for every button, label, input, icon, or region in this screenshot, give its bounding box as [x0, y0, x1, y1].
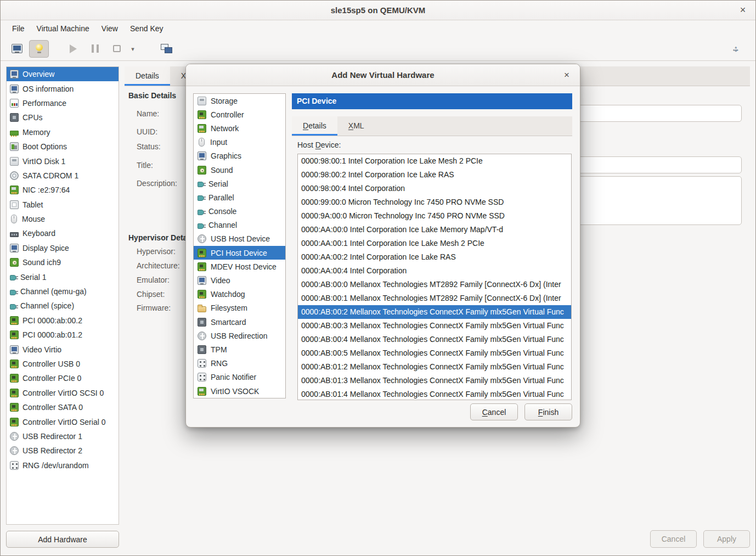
hw-type-sound[interactable]: Sound	[194, 163, 285, 177]
sidebar-item-nic-e2-97-64[interactable]: NIC :e2:97:64	[7, 183, 119, 197]
sidebar-item-serial-1[interactable]: Serial 1	[7, 269, 119, 284]
pci-device-row[interactable]: 0000:AB:00:3 Mellanox Technologies Conne…	[298, 319, 571, 333]
sidebar-item-cpus[interactable]: CPUs	[7, 110, 119, 125]
hw-type-pci-host-device[interactable]: PCI Host Device	[194, 246, 285, 260]
menu-send-key[interactable]: Send Key	[124, 20, 170, 37]
hw-type-network[interactable]: Network	[194, 121, 285, 135]
hw-type-mdev-host-device[interactable]: MDEV Host Device	[194, 260, 285, 273]
sidebar-item-controller-virtio-scsi-0[interactable]: Controller VirtIO SCSI 0	[7, 386, 119, 400]
sidebar-item-keyboard[interactable]: Keyboard	[7, 226, 119, 240]
hw-type-controller[interactable]: Controller	[194, 108, 285, 121]
hw-type-panic-notifier[interactable]: Panic Notifier	[194, 370, 285, 384]
shutdown-menu-button[interactable]: ▾	[128, 40, 138, 58]
main-apply-button[interactable]: Apply	[703, 530, 750, 548]
manage-snapshots-button[interactable]	[156, 40, 176, 58]
fullscreen-button[interactable]: ↔↕	[726, 40, 746, 58]
hw-type-rng[interactable]: RNG	[194, 357, 285, 370]
dialog-titlebar[interactable]: Add New Virtual Hardware ×	[186, 64, 580, 86]
hw-type-watchdog[interactable]: Watchdog	[194, 288, 285, 301]
sidebar-list[interactable]: OverviewOS informationPerformanceCPUsMem…	[7, 67, 119, 473]
hw-type-smartcard[interactable]: Smartcard	[194, 315, 285, 329]
window-close-icon[interactable]: ×	[736, 3, 750, 18]
pci-device-row[interactable]: 0000:98:00:1 Intel Corporation Ice Lake …	[298, 154, 571, 168]
pci-device-row[interactable]: 0000:AA:00:1 Intel Corporation Ice Lake …	[298, 237, 571, 250]
sidebar-item-mouse[interactable]: Mouse	[7, 212, 119, 226]
pci-device-row[interactable]: 0000:99:00:0 Micron Technology Inc 7450 …	[298, 195, 571, 209]
dialog-tab-details[interactable]: Details	[292, 116, 337, 136]
pci-device-row[interactable]: 0000:AA:00:4 Intel Corporation	[298, 264, 571, 278]
hw-type-parallel[interactable]: Parallel	[194, 190, 285, 204]
show-console-button[interactable]	[7, 40, 27, 58]
pci-device-row[interactable]: 0000:98:00:4 Intel Corporation	[298, 182, 571, 195]
sidebar-item-boot-options[interactable]: Boot Options	[7, 139, 119, 154]
pci-device-row[interactable]: 0000:AB:01:2 Mellanox Technologies Conne…	[298, 360, 571, 374]
card-icon	[10, 360, 19, 368]
sidebar-item-performance[interactable]: Performance	[7, 96, 119, 110]
sidebar-item-rng-dev-urandom[interactable]: RNG /dev/urandom	[7, 458, 119, 473]
pci-device-row[interactable]: 0000:AB:00:1 Mellanox Technologies MT289…	[298, 291, 571, 305]
uuid-label: UUID:	[137, 127, 157, 136]
sidebar-item-pci-0000-ab-01-2[interactable]: PCI 0000:ab:01.2	[7, 328, 119, 342]
pci-device-row[interactable]: 0000:AB:01:4 Mellanox Technologies Conne…	[298, 387, 571, 400]
pause-button[interactable]	[85, 40, 105, 58]
sidebar-item-controller-pcie-0[interactable]: Controller PCIe 0	[7, 371, 119, 385]
window-titlebar[interactable]: sle15sp5 on QEMU/KVM ×	[1, 1, 755, 20]
hw-type-video[interactable]: Video	[194, 273, 285, 287]
sidebar-item-os-information[interactable]: OS information	[7, 81, 119, 96]
pci-device-row[interactable]: 0000:AB:00:5 Mellanox Technologies Conne…	[298, 346, 571, 360]
hw-type-channel[interactable]: Channel	[194, 218, 285, 232]
sidebar-item-display-spice[interactable]: Display Spice	[7, 241, 119, 255]
sidebar-item-video-virtio[interactable]: Video Virtio	[7, 342, 119, 356]
sidebar-item-memory[interactable]: Memory	[7, 125, 119, 139]
sidebar-item-channel-spice[interactable]: Channel (spice)	[7, 299, 119, 313]
pci-device-row[interactable]: 0000:AA:00:2 Intel Corporation Ice Lake …	[298, 250, 571, 264]
dialog-close-icon[interactable]: ×	[560, 69, 573, 82]
sidebar-item-sound-ich9[interactable]: Sound ich9	[7, 255, 119, 269]
hw-type-input[interactable]: Input	[194, 136, 285, 149]
hardware-type-list[interactable]: StorageControllerNetworkInputGraphicsSou…	[193, 93, 286, 398]
hw-type-virtio-vsock[interactable]: VirtIO VSOCK	[194, 384, 285, 398]
run-button[interactable]	[63, 40, 83, 58]
sidebar-item-usb-redirector-2[interactable]: USB Redirector 2	[7, 443, 119, 458]
show-details-button[interactable]	[29, 40, 49, 58]
dialog-tab-xml[interactable]: XML	[337, 116, 375, 136]
shutdown-button[interactable]	[107, 40, 127, 58]
hw-type-serial[interactable]: Serial	[194, 177, 285, 190]
plug-icon	[10, 275, 16, 280]
dialog-cancel-button[interactable]: Cancel	[470, 403, 518, 420]
sidebar-item-controller-usb-0[interactable]: Controller USB 0	[7, 357, 119, 371]
sidebar-item-overview[interactable]: Overview	[7, 67, 119, 81]
sidebar-item-sata-cdrom-1[interactable]: SATA CDROM 1	[7, 169, 119, 183]
main-tab-details[interactable]: Details	[125, 66, 170, 86]
host-device-list[interactable]: 0000:98:00:1 Intel Corporation Ice Lake …	[297, 154, 572, 400]
pci-device-row[interactable]: 0000:AB:00:2 Mellanox Technologies Conne…	[298, 305, 571, 319]
pci-device-row[interactable]: 0000:9A:00:0 Micron Technology Inc 7450 …	[298, 209, 571, 223]
hw-type-console[interactable]: Console	[194, 205, 285, 218]
menu-view[interactable]: View	[95, 20, 124, 37]
pci-device-row[interactable]: 0000:98:00:2 Intel Corporation Ice Lake …	[298, 168, 571, 182]
add-hardware-button[interactable]: Add Hardware	[6, 531, 119, 548]
sidebar-item-controller-sata-0[interactable]: Controller SATA 0	[7, 400, 119, 414]
hw-type-usb-host-device[interactable]: USB Host Device	[194, 232, 285, 246]
main-cancel-button[interactable]: Cancel	[650, 530, 697, 548]
sidebar-item-controller-virtio-serial-0[interactable]: Controller VirtIO Serial 0	[7, 414, 119, 429]
menu-file[interactable]: File	[6, 20, 31, 37]
dialog-finish-button[interactable]: Finish	[524, 403, 572, 420]
pci-device-row[interactable]: 0000:AB:01:3 Mellanox Technologies Conne…	[298, 374, 571, 387]
sidebar-item-tablet[interactable]: Tablet	[7, 198, 119, 212]
hw-type-graphics[interactable]: Graphics	[194, 149, 285, 163]
basic-details-heading: Basic Details	[128, 91, 176, 100]
pci-device-row[interactable]: 0000:AB:00:4 Mellanox Technologies Conne…	[298, 333, 571, 346]
sidebar-item-pci-0000-ab-00-2[interactable]: PCI 0000:ab:00.2	[7, 313, 119, 328]
sidebar-item-channel-qemu-ga[interactable]: Channel (qemu-ga)	[7, 284, 119, 299]
menu-virtual-machine[interactable]: Virtual Machine	[31, 20, 95, 37]
sidebar-item-virtio-disk-1[interactable]: VirtIO Disk 1	[7, 154, 119, 168]
hw-type-filesystem[interactable]: Filesystem	[194, 301, 285, 315]
hw-type-tpm[interactable]: TPM	[194, 342, 285, 356]
hw-type-usb-redirection[interactable]: USB Redirection	[194, 329, 285, 342]
pci-device-row[interactable]: 0000:AA:00:0 Intel Corporation Ice Lake …	[298, 223, 571, 237]
hw-type-storage[interactable]: Storage	[194, 94, 285, 108]
hw-type-label: Graphics	[211, 151, 241, 160]
sidebar-item-usb-redirector-1[interactable]: USB Redirector 1	[7, 429, 119, 443]
pci-device-row[interactable]: 0000:AB:00:0 Mellanox Technologies MT289…	[298, 278, 571, 291]
